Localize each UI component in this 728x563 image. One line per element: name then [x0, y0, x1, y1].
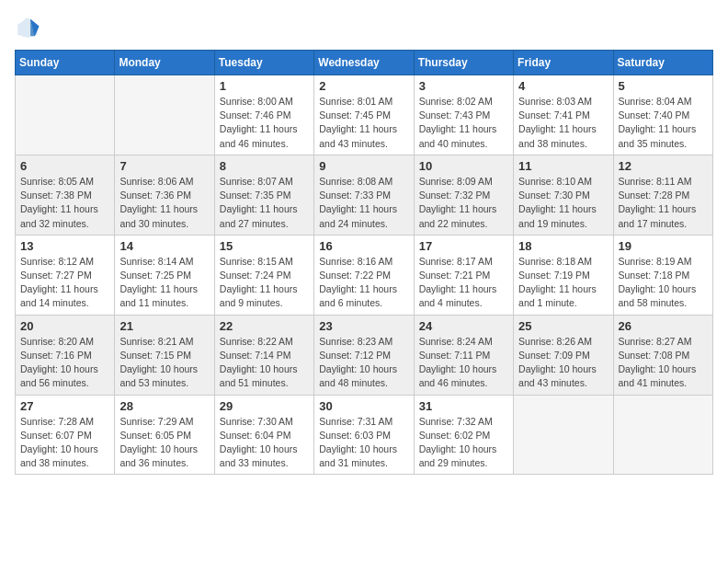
calendar-cell: 3Sunrise: 8:02 AMSunset: 7:43 PMDaylight…	[414, 75, 513, 155]
calendar-cell: 19Sunrise: 8:19 AMSunset: 7:18 PMDayligh…	[613, 235, 712, 315]
day-number: 29	[220, 399, 309, 413]
day-info: Sunrise: 8:11 AMSunset: 7:28 PMDaylight:…	[619, 175, 708, 231]
calendar-week-row: 13Sunrise: 8:12 AMSunset: 7:27 PMDayligh…	[16, 235, 713, 315]
day-number: 17	[419, 239, 508, 253]
day-number: 18	[518, 239, 608, 253]
calendar-cell: 22Sunrise: 8:22 AMSunset: 7:14 PMDayligh…	[214, 315, 313, 395]
day-info: Sunrise: 8:17 AMSunset: 7:21 PMDaylight:…	[419, 255, 508, 311]
day-number: 25	[518, 319, 608, 333]
day-number: 10	[419, 159, 508, 173]
calendar-cell: 30Sunrise: 7:31 AMSunset: 6:03 PMDayligh…	[314, 395, 414, 475]
calendar-cell: 17Sunrise: 8:17 AMSunset: 7:21 PMDayligh…	[414, 235, 513, 315]
day-number: 19	[619, 239, 708, 253]
day-number: 13	[20, 239, 109, 253]
header-friday: Friday	[514, 51, 613, 75]
calendar-cell: 9Sunrise: 8:08 AMSunset: 7:33 PMDaylight…	[314, 155, 414, 235]
day-info: Sunrise: 7:31 AMSunset: 6:03 PMDaylight:…	[319, 415, 408, 471]
calendar-cell: 6Sunrise: 8:05 AMSunset: 7:38 PMDaylight…	[16, 155, 115, 235]
day-number: 4	[518, 79, 608, 93]
calendar-week-row: 20Sunrise: 8:20 AMSunset: 7:16 PMDayligh…	[16, 315, 713, 395]
day-number: 9	[319, 159, 408, 173]
day-number: 16	[319, 239, 408, 253]
header-tuesday: Tuesday	[214, 51, 313, 75]
day-number: 31	[419, 399, 508, 413]
day-info: Sunrise: 8:04 AMSunset: 7:40 PMDaylight:…	[619, 95, 708, 151]
day-number: 21	[119, 319, 209, 333]
day-info: Sunrise: 8:02 AMSunset: 7:43 PMDaylight:…	[419, 95, 508, 151]
day-number: 27	[20, 399, 109, 413]
day-info: Sunrise: 8:19 AMSunset: 7:18 PMDaylight:…	[619, 255, 708, 311]
calendar-week-row: 1Sunrise: 8:00 AMSunset: 7:46 PMDaylight…	[16, 75, 713, 155]
day-number: 22	[220, 319, 309, 333]
calendar-cell	[514, 395, 613, 475]
header-monday: Monday	[115, 51, 214, 75]
header-sunday: Sunday	[16, 51, 115, 75]
header-wednesday: Wednesday	[314, 51, 414, 75]
day-number: 2	[319, 79, 408, 93]
day-number: 14	[119, 239, 209, 253]
calendar-cell: 8Sunrise: 8:07 AMSunset: 7:35 PMDaylight…	[214, 155, 313, 235]
day-info: Sunrise: 8:27 AMSunset: 7:08 PMDaylight:…	[619, 335, 708, 391]
day-number: 26	[619, 319, 708, 333]
day-number: 11	[518, 159, 608, 173]
day-info: Sunrise: 8:20 AMSunset: 7:16 PMDaylight:…	[20, 335, 109, 391]
day-number: 3	[419, 79, 508, 93]
day-info: Sunrise: 8:22 AMSunset: 7:14 PMDaylight:…	[220, 335, 309, 391]
day-info: Sunrise: 8:09 AMSunset: 7:32 PMDaylight:…	[419, 175, 508, 231]
calendar-cell: 12Sunrise: 8:11 AMSunset: 7:28 PMDayligh…	[613, 155, 712, 235]
day-number: 8	[220, 159, 309, 173]
day-number: 1	[220, 79, 309, 93]
calendar-cell	[16, 75, 115, 155]
calendar-cell: 13Sunrise: 8:12 AMSunset: 7:27 PMDayligh…	[16, 235, 115, 315]
day-number: 24	[419, 319, 508, 333]
calendar-cell: 15Sunrise: 8:15 AMSunset: 7:24 PMDayligh…	[214, 235, 313, 315]
day-info: Sunrise: 8:07 AMSunset: 7:35 PMDaylight:…	[220, 175, 309, 231]
calendar-cell: 21Sunrise: 8:21 AMSunset: 7:15 PMDayligh…	[115, 315, 214, 395]
calendar-cell: 10Sunrise: 8:09 AMSunset: 7:32 PMDayligh…	[414, 155, 513, 235]
calendar-cell: 2Sunrise: 8:01 AMSunset: 7:45 PMDaylight…	[314, 75, 414, 155]
day-info: Sunrise: 8:15 AMSunset: 7:24 PMDaylight:…	[220, 255, 309, 311]
day-info: Sunrise: 7:29 AMSunset: 6:05 PMDaylight:…	[119, 415, 209, 471]
day-info: Sunrise: 8:06 AMSunset: 7:36 PMDaylight:…	[119, 175, 209, 231]
day-number: 15	[220, 239, 309, 253]
day-info: Sunrise: 8:21 AMSunset: 7:15 PMDaylight:…	[119, 335, 209, 391]
calendar-cell	[115, 75, 214, 155]
day-info: Sunrise: 8:23 AMSunset: 7:12 PMDaylight:…	[319, 335, 408, 391]
day-info: Sunrise: 7:30 AMSunset: 6:04 PMDaylight:…	[220, 415, 309, 471]
calendar-cell: 24Sunrise: 8:24 AMSunset: 7:11 PMDayligh…	[414, 315, 513, 395]
day-number: 6	[20, 159, 109, 173]
calendar-table: SundayMondayTuesdayWednesdayThursdayFrid…	[15, 50, 713, 475]
calendar-cell: 23Sunrise: 8:23 AMSunset: 7:12 PMDayligh…	[314, 315, 414, 395]
day-info: Sunrise: 7:28 AMSunset: 6:07 PMDaylight:…	[20, 415, 109, 471]
calendar-cell: 28Sunrise: 7:29 AMSunset: 6:05 PMDayligh…	[115, 395, 214, 475]
day-info: Sunrise: 8:01 AMSunset: 7:45 PMDaylight:…	[319, 95, 408, 151]
calendar-cell: 18Sunrise: 8:18 AMSunset: 7:19 PMDayligh…	[514, 235, 613, 315]
day-info: Sunrise: 8:26 AMSunset: 7:09 PMDaylight:…	[518, 335, 608, 391]
page-header	[15, 15, 713, 40]
day-info: Sunrise: 8:14 AMSunset: 7:25 PMDaylight:…	[119, 255, 209, 311]
day-info: Sunrise: 8:00 AMSunset: 7:46 PMDaylight:…	[220, 95, 309, 151]
day-info: Sunrise: 7:32 AMSunset: 6:02 PMDaylight:…	[419, 415, 508, 471]
day-info: Sunrise: 8:18 AMSunset: 7:19 PMDaylight:…	[518, 255, 608, 311]
header-thursday: Thursday	[414, 51, 513, 75]
calendar-cell: 27Sunrise: 7:28 AMSunset: 6:07 PMDayligh…	[16, 395, 115, 475]
calendar-week-row: 27Sunrise: 7:28 AMSunset: 6:07 PMDayligh…	[16, 395, 713, 475]
day-info: Sunrise: 8:24 AMSunset: 7:11 PMDaylight:…	[419, 335, 508, 391]
day-info: Sunrise: 8:10 AMSunset: 7:30 PMDaylight:…	[518, 175, 608, 231]
day-number: 7	[119, 159, 209, 173]
calendar-cell: 31Sunrise: 7:32 AMSunset: 6:02 PMDayligh…	[414, 395, 513, 475]
logo	[15, 15, 44, 40]
calendar-cell: 29Sunrise: 7:30 AMSunset: 6:04 PMDayligh…	[214, 395, 313, 475]
day-number: 5	[619, 79, 708, 93]
calendar-cell: 7Sunrise: 8:06 AMSunset: 7:36 PMDaylight…	[115, 155, 214, 235]
calendar-cell: 11Sunrise: 8:10 AMSunset: 7:30 PMDayligh…	[514, 155, 613, 235]
calendar-week-row: 6Sunrise: 8:05 AMSunset: 7:38 PMDaylight…	[16, 155, 713, 235]
day-number: 20	[20, 319, 109, 333]
day-number: 30	[319, 399, 408, 413]
day-info: Sunrise: 8:16 AMSunset: 7:22 PMDaylight:…	[319, 255, 408, 311]
calendar-cell: 4Sunrise: 8:03 AMSunset: 7:41 PMDaylight…	[514, 75, 613, 155]
calendar-cell: 26Sunrise: 8:27 AMSunset: 7:08 PMDayligh…	[613, 315, 712, 395]
calendar-header-row: SundayMondayTuesdayWednesdayThursdayFrid…	[16, 51, 713, 75]
day-number: 12	[619, 159, 708, 173]
logo-icon	[15, 15, 40, 40]
